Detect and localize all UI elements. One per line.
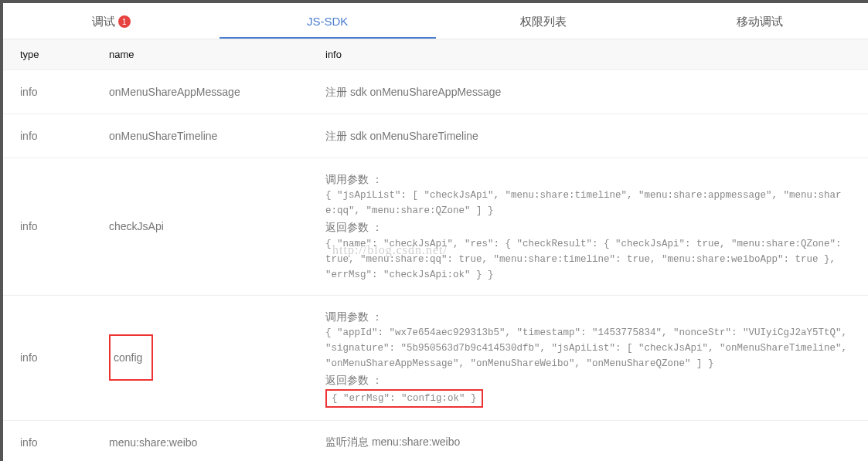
- tab-label: 移动调试: [737, 15, 783, 29]
- tab-js-sdk[interactable]: JS-SDK: [220, 5, 436, 39]
- cell-name: checkJsApi: [92, 158, 308, 296]
- table-row: infomenu:share:weibo监听消息 menu:share:weib…: [3, 420, 868, 461]
- table-row: infoonMenuShareAppMessage注册 sdk onMenuSh…: [3, 70, 868, 114]
- table-row: infoonMenuShareTimeline注册 sdk onMenuShar…: [3, 114, 868, 158]
- app-frame: 调试 1 JS-SDK 权限列表 移动调试 type name info inf…: [0, 0, 868, 461]
- cell-info: 注册 sdk onMenuShareAppMessage: [308, 70, 868, 114]
- cell-name: onMenuShareAppMessage: [92, 70, 308, 114]
- log-table: type name info infoonMenuShareAppMessage…: [3, 39, 868, 461]
- header-name: name: [92, 39, 308, 70]
- cell-name: onMenuShareTimeline: [92, 114, 308, 158]
- cell-name: config: [92, 295, 308, 420]
- cell-type: info: [3, 70, 92, 114]
- tab-debug[interactable]: 调试 1: [3, 5, 220, 39]
- tab-label: 权限列表: [520, 15, 567, 29]
- cell-info: 调用参数 ：{ "jsApiList": [ "checkJsApi", "me…: [308, 158, 868, 296]
- cell-info: 调用参数 ：{ "appId": "wx7e654aec929313b5", "…: [308, 295, 868, 420]
- tab-label: JS-SDK: [307, 15, 348, 28]
- table-header-row: type name info: [3, 39, 868, 70]
- tab-bar: 调试 1 JS-SDK 权限列表 移动调试: [3, 5, 868, 39]
- cell-type: info: [3, 295, 92, 420]
- cell-info: 监听消息 menu:share:weibo: [308, 420, 868, 461]
- header-info: info: [308, 39, 868, 70]
- badge-icon: 1: [118, 15, 131, 28]
- tab-label: 调试: [92, 15, 115, 29]
- tab-mobile-debug[interactable]: 移动调试: [652, 5, 868, 39]
- tab-permissions[interactable]: 权限列表: [436, 5, 652, 39]
- cell-name: menu:share:weibo: [92, 420, 308, 461]
- cell-type: info: [3, 114, 92, 158]
- cell-info: 注册 sdk onMenuShareTimeline: [308, 114, 868, 158]
- header-type: type: [3, 39, 92, 70]
- cell-type: info: [3, 158, 92, 296]
- table-row: infoconfig调用参数 ：{ "appId": "wx7e654aec92…: [3, 295, 868, 420]
- cell-type: info: [3, 420, 92, 461]
- table-row: infocheckJsApi调用参数 ：{ "jsApiList": [ "ch…: [3, 158, 868, 296]
